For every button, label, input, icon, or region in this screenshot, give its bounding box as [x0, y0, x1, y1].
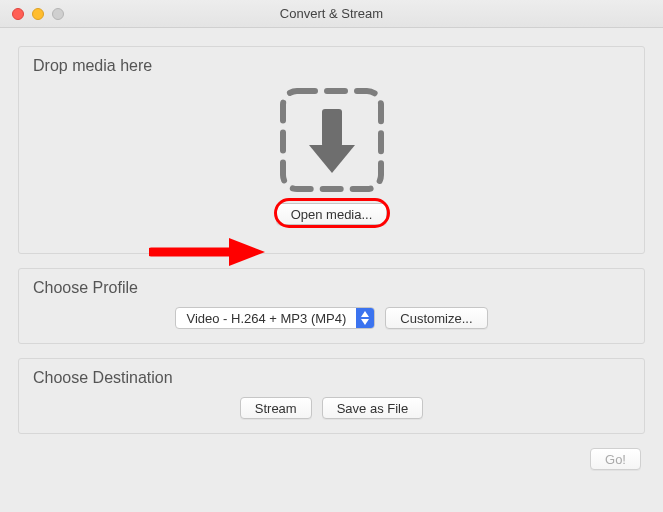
- group-title-destination: Choose Destination: [33, 369, 630, 387]
- window-title: Convert & Stream: [0, 6, 663, 21]
- window-body: Drop media here Open media... Choose Pro…: [0, 28, 663, 484]
- annotation-red-arrow-icon: [149, 235, 269, 269]
- traffic-lights: [0, 8, 64, 20]
- profile-select-value: Video - H.264 + MP3 (MP4): [176, 311, 356, 326]
- customize-button[interactable]: Customize...: [385, 307, 487, 329]
- close-button-icon[interactable]: [12, 8, 24, 20]
- chevron-up-down-icon: [356, 307, 374, 329]
- open-media-label: Open media...: [291, 207, 373, 222]
- svg-marker-6: [361, 319, 369, 325]
- zoom-button-icon: [52, 8, 64, 20]
- group-drop-media: Drop media here Open media...: [18, 46, 645, 254]
- save-as-file-label: Save as File: [337, 401, 409, 416]
- svg-rect-1: [322, 109, 342, 147]
- svg-marker-5: [361, 311, 369, 317]
- group-choose-profile: Choose Profile Video - H.264 + MP3 (MP4)…: [18, 268, 645, 344]
- save-as-file-button[interactable]: Save as File: [322, 397, 424, 419]
- footer: Go!: [18, 448, 645, 470]
- minimize-button-icon[interactable]: [32, 8, 44, 20]
- group-choose-destination: Choose Destination Stream Save as File: [18, 358, 645, 434]
- stream-button[interactable]: Stream: [240, 397, 312, 419]
- go-button: Go!: [590, 448, 641, 470]
- drop-arrow-icon: [277, 85, 387, 195]
- svg-marker-2: [309, 145, 355, 173]
- customize-label: Customize...: [400, 311, 472, 326]
- group-title-profile: Choose Profile: [33, 279, 630, 297]
- stream-label: Stream: [255, 401, 297, 416]
- group-title-drop: Drop media here: [33, 57, 630, 75]
- open-media-button[interactable]: Open media...: [276, 203, 388, 225]
- titlebar: Convert & Stream: [0, 0, 663, 28]
- profile-select[interactable]: Video - H.264 + MP3 (MP4): [175, 307, 375, 329]
- drop-target[interactable]: [33, 85, 630, 195]
- svg-marker-4: [229, 238, 265, 266]
- go-label: Go!: [605, 452, 626, 467]
